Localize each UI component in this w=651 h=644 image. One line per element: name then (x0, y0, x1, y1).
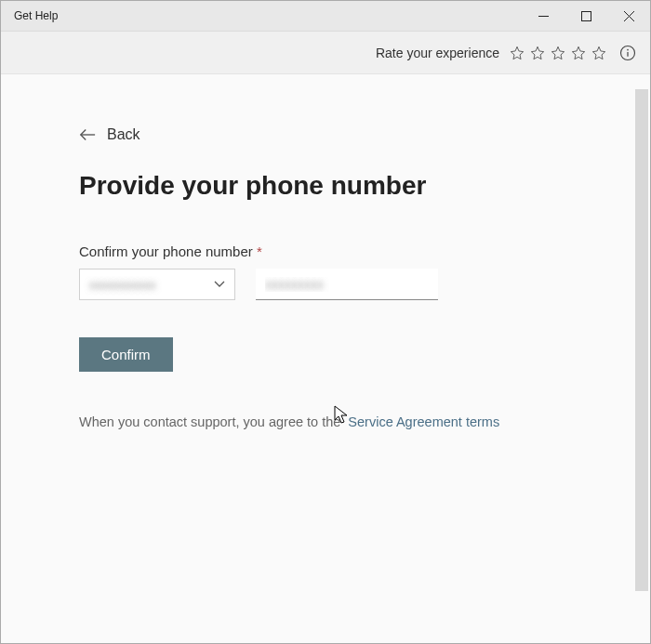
phone-inputs-row: xxxxxxxxxxx (79, 269, 576, 300)
confirm-button[interactable]: Confirm (79, 337, 173, 372)
required-marker: * (257, 243, 262, 259)
titlebar: Get Help (1, 1, 650, 32)
svg-point-5 (627, 48, 629, 50)
service-agreement-link[interactable]: Service Agreement terms (348, 414, 499, 429)
rating-star-5[interactable] (591, 45, 607, 61)
rating-star-4[interactable] (570, 45, 587, 61)
phone-number-input[interactable] (256, 269, 438, 300)
phone-field-label-text: Confirm your phone number (79, 243, 253, 259)
rating-star-2[interactable] (529, 45, 546, 61)
rating-star-1[interactable] (509, 45, 525, 61)
window-controls (522, 1, 650, 31)
svg-rect-1 (581, 12, 591, 21)
legal-text-body: When you contact support, you agree to t… (79, 414, 340, 429)
minimize-button[interactable] (522, 1, 565, 32)
legal-text: When you contact support, you agree to t… (79, 414, 576, 429)
chevron-down-icon (214, 281, 225, 288)
country-code-select[interactable]: xxxxxxxxxxx (79, 269, 235, 300)
close-button[interactable] (607, 1, 650, 32)
info-icon[interactable] (618, 44, 637, 62)
content-area: Back Provide your phone number Confirm y… (1, 74, 650, 643)
maximize-button[interactable] (565, 1, 607, 32)
rating-label: Rate your experience (376, 46, 499, 60)
back-label: Back (107, 126, 140, 143)
country-code-value: xxxxxxxxxxx (89, 278, 156, 292)
scrollbar[interactable] (635, 89, 648, 591)
arrow-left-icon (79, 128, 96, 141)
phone-field-label: Confirm your phone number * (79, 243, 576, 259)
back-button[interactable]: Back (79, 126, 576, 143)
rating-star-3[interactable] (550, 45, 566, 61)
page-title: Provide your phone number (79, 171, 576, 201)
window-title: Get Help (14, 9, 58, 22)
rating-bar: Rate your experience (1, 32, 650, 74)
